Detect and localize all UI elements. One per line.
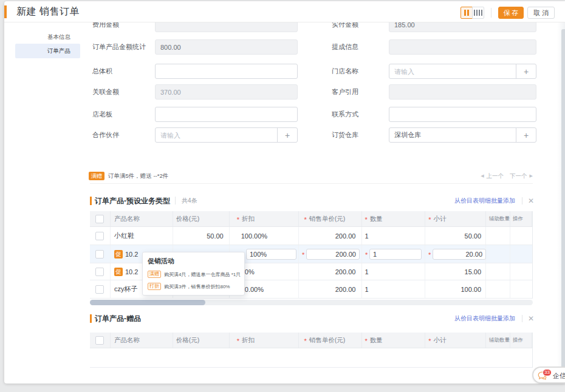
gift-products-table: 产品名称 价格(元) 折扣 销售单价(元) 数量 小计 辅助数量 操作 [90,333,533,368]
field-contact-info: 联系方式 [389,107,536,122]
column-bar-icon [476,10,478,16]
unit-price-cell: 200.00 [335,268,356,275]
order-warehouse-input[interactable] [389,128,516,142]
vertical-scrollbar [557,22,565,384]
horizontal-scrollbar-thumb[interactable] [90,300,205,305]
prev-promo-link[interactable]: 上一个 [487,172,504,180]
column-header: 小计 [425,211,486,226]
promotion-tooltip: 促销活动 满赠 购买满4只，赠送单一仓库商品 *1只 打折 购买满3件，销售单价… [142,252,245,296]
field-paid-amount: 实付金额 [389,22,536,32]
prev-arrow-icon[interactable]: ◀ [481,174,484,178]
required-asterisk: * [365,251,368,259]
column-bar-icon [479,10,480,16]
partner-input[interactable] [156,128,277,142]
page-title: 新建 销售订单 [16,1,80,22]
field-partner: 合作伙伴 + [155,127,298,143]
qty-input[interactable] [369,249,422,260]
new-sales-order-panel: 新建 销售订单 保存 取消 基本信息 订单产品 费用金额 订单产品金额统计 [4,1,565,384]
title-accent-bar [4,5,7,18]
vertical-scrollbar-thumb[interactable] [561,29,565,371]
subtotal-cell: 100.00 [461,286,481,293]
promo-banner-text: 订单满5件，赠送 --*2件 [108,172,168,180]
required-asterisk: * [428,251,431,259]
store-name-input[interactable] [389,64,516,78]
sidebar-item-order-products[interactable]: 订单产品 [15,44,80,58]
shop-owner-input[interactable] [156,107,297,121]
product-name[interactable]: 10.2 [125,251,138,258]
field-label: 费用金额 [92,22,119,32]
layout-four-column-button[interactable] [472,7,484,19]
section-divider [175,197,176,204]
section-close-icon[interactable]: ✕ [526,194,536,208]
field-store-name: 门店名称 + [389,64,536,79]
field-label: 客户引用 [332,84,358,100]
product-name[interactable]: 小红鞋 [114,231,134,240]
section-gift-products: 订单产品-赠品 从价目表明细批量添加 ✕ [90,312,533,325]
select-all-checkbox[interactable] [95,336,104,345]
next-arrow-icon[interactable]: ▶ [530,174,533,178]
order-warehouse-add-icon[interactable]: + [516,128,536,142]
row-checkbox[interactable] [95,268,104,276]
screen: 新建 销售订单 保存 取消 基本信息 订单产品 费用金额 订单产品金额统计 [0,0,565,392]
section-title: 订单产品-预设业务类型 [95,194,170,208]
section-count: 共4条 [182,194,197,208]
field-related-amount: 关联金额 [155,84,298,100]
qty-cell: 1 [365,232,368,240]
commission-info-input[interactable] [389,40,536,54]
sidebar-item-basic-info[interactable]: 基本信息 [15,30,80,44]
section-divider [522,315,522,322]
tooltip-item: 打折 购买满3件，销售单价折扣80% [148,283,239,290]
column-header: 折扣 [230,211,299,226]
messenger-label: 企信 [553,368,565,384]
field-expense-amount: 费用金额 [155,22,298,32]
field-customer-reference: 客户引用 [389,84,536,100]
cancel-button[interactable]: 取消 [527,7,555,19]
unit-price-input[interactable] [306,249,360,260]
store-name-add-icon[interactable]: + [516,64,536,78]
row-checkbox[interactable] [95,285,104,294]
row-checkbox[interactable] [95,250,104,259]
total-volume-input[interactable] [156,64,297,78]
unit-price-cell: 200.00 [335,232,356,240]
expense-amount-input[interactable] [156,22,297,32]
product-name[interactable]: czy杯子 [114,285,138,294]
order-product-amount-total-input[interactable] [156,40,297,54]
qty-cell: 1 [365,268,368,275]
section-accent-bar [90,197,92,205]
field-label: 总体积 [92,64,112,79]
customer-reference-input[interactable] [389,85,536,99]
section-close-icon[interactable]: ✕ [526,312,536,325]
subtotal-input[interactable] [433,249,486,260]
next-promo-link[interactable]: 下一个 [510,172,527,180]
column-header: 数量 [362,211,425,226]
related-amount-input[interactable] [156,85,297,99]
tooltip-item: 满赠 购买满4只，赠送单一仓库商品 *1只 [148,271,239,278]
field-label: 订货仓库 [332,127,358,143]
full-gift-tag: 满赠 [148,271,161,278]
batch-add-from-pricebook-link[interactable]: 从价目表明细批量添加 [454,194,515,208]
select-all-checkbox[interactable] [95,215,104,223]
field-label: 联系方式 [332,107,358,122]
field-shop-owner: 店老板 [155,107,298,122]
promotion-badge-icon: 促 [114,250,123,259]
field-label: 店老板 [92,107,112,122]
partner-add-icon[interactable]: + [277,128,297,142]
discount-input[interactable] [246,249,296,260]
messenger-button[interactable]: 33 企信 [532,367,565,384]
tooltip-title: 促销活动 [148,257,239,266]
promo-banner: 满赠 订单满5件，赠送 --*2件 ◀上一个下一个▶ [90,169,533,184]
field-label: 合作伙伴 [92,127,119,143]
save-button[interactable]: 保存 [498,7,524,19]
discount-tag: 打折 [148,283,161,290]
column-header: 辅助数量 [486,211,510,226]
product-name[interactable]: 10.2 [125,268,138,275]
row-checkbox[interactable] [95,232,104,240]
column-header: 操作 [510,333,532,348]
horizontal-scrollbar [90,300,533,305]
field-total-volume: 总体积 [155,64,298,79]
field-label: 提成信息 [332,39,358,55]
paid-amount-input[interactable] [389,22,536,32]
batch-add-from-pricebook-link[interactable]: 从价目表明细批量添加 [454,312,515,325]
layout-two-column-button[interactable] [461,7,473,19]
contact-info-input[interactable] [389,107,536,121]
